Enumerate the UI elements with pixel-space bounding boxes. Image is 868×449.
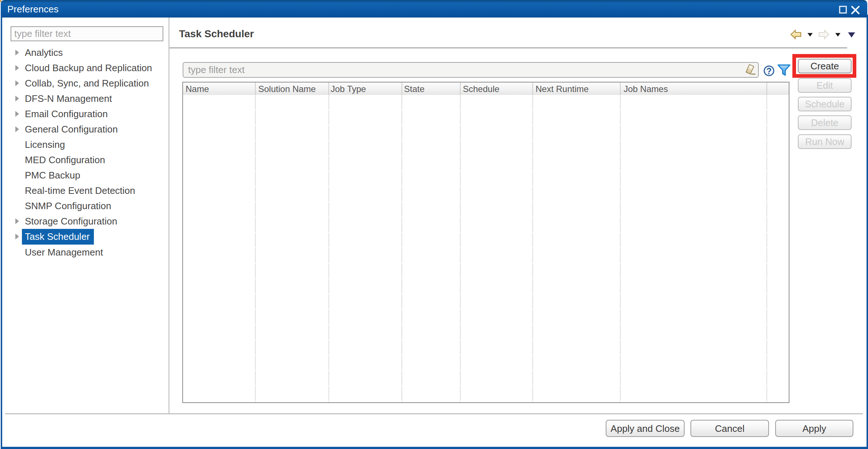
svg-text:?: ? (766, 66, 772, 76)
